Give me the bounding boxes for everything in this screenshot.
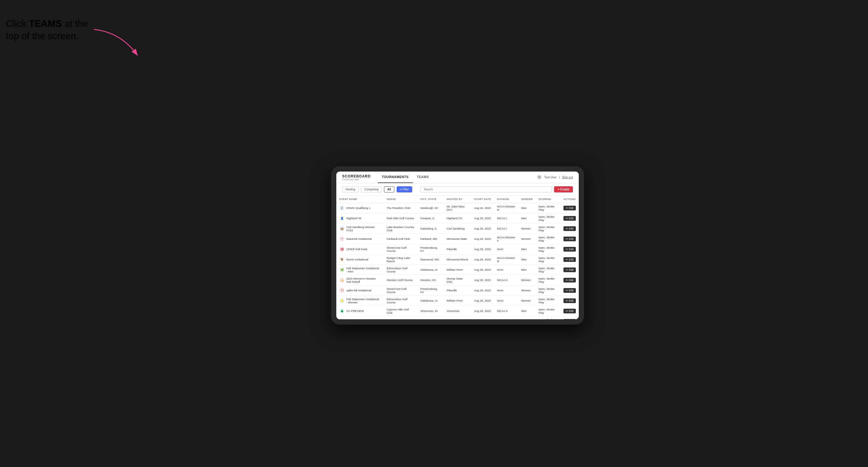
tournaments-table: EVENT NAME VENUE CITY, STATE HOSTED BY S… [336, 196, 579, 319]
cell-start-date: Aug 25, 2023 [471, 213, 494, 223]
event-name: Carl Sandburg Women FA23 [346, 225, 381, 232]
cell-division: NICAA II [494, 275, 518, 285]
cell-city-state: Faribault, MN [417, 234, 443, 244]
cell-venue: Ruttger's Bay Lake Resort [384, 254, 417, 264]
sign-out-link[interactable]: Sign out [562, 176, 573, 179]
cell-venue: Cypress Hills Golf Club [384, 306, 417, 316]
cell-hosted-by: John A Logan [444, 316, 471, 319]
filter-btn[interactable]: ≡ Filter [397, 186, 412, 192]
cell-event: 🦅 Morris Invitational [336, 254, 384, 264]
col-start-date: START DATE [471, 196, 494, 203]
event-name: Fall Statesmen Invitational - Women [346, 298, 381, 304]
cell-start-date: Aug 28, 2023 [471, 306, 494, 316]
cell-scoring: team, Stroke Play [536, 223, 560, 234]
cell-venue: Edmundson Golf Course [384, 264, 417, 275]
cell-division: NCAA Division III [494, 203, 518, 213]
event-icon: 👤 [339, 216, 345, 221]
hosting-tab-btn[interactable]: Hosting [342, 186, 359, 192]
cell-actions: ✏ Edit [560, 234, 579, 244]
tab-tournaments[interactable]: TOURNAMENTS [378, 172, 413, 183]
table-row: 🌿 Fall Statesmen Invitational - Men Edmu… [336, 264, 579, 275]
cell-gender: Men [518, 264, 535, 275]
event-name: Fall Statesmen Invitational - Men [346, 267, 381, 273]
cell-event: 🎌 Maverick Invitational [336, 234, 384, 244]
cell-event: 🌿 Fall Statesmen Invitational - Men [336, 264, 384, 275]
edit-button[interactable]: ✏ Edit [563, 216, 576, 221]
edit-button[interactable]: ✏ Edit [563, 278, 576, 282]
cell-scoring: team, Stroke Play [536, 264, 560, 275]
cell-actions: ✏ Edit [560, 264, 579, 275]
cell-division: NICAA II [494, 306, 518, 316]
user-name: Test User [544, 176, 556, 179]
col-hosted-by: HOSTED BY [444, 196, 471, 203]
cell-actions: ✏ Edit [560, 203, 579, 213]
cell-event: 🎯 UPIKE Fall Invite [336, 244, 384, 254]
nav-separator: | [559, 176, 560, 179]
cell-city-state: Newburgh, NY [417, 203, 443, 213]
cell-gender: Women [518, 223, 535, 234]
edit-button[interactable]: ✏ Edit [563, 268, 576, 272]
event-icon: 🎯 [339, 247, 345, 252]
all-tab-btn[interactable]: All [384, 186, 394, 192]
cell-scoring: team, Stroke Play [536, 213, 560, 223]
cell-start-date: Aug 28, 2023 [471, 244, 494, 254]
competing-tab-btn[interactable]: Competing [361, 186, 382, 192]
table-row: 🏹 upike fall invitational StoneCrest Gol… [336, 285, 579, 295]
tab-teams[interactable]: TEAMS [413, 172, 433, 183]
edit-button[interactable]: ✏ Edit [563, 206, 576, 210]
cell-city-state: Galesburg, IL [417, 223, 443, 234]
search-input[interactable] [421, 186, 552, 192]
settings-icon[interactable]: ⚙ [537, 175, 542, 180]
cell-scoring: team, Stroke Play [536, 275, 560, 285]
cell-start-date: Aug 26, 2023 [471, 223, 494, 234]
edit-button[interactable]: ✏ Edit [563, 247, 576, 252]
cell-venue: StoneCrest Golf Course [384, 285, 417, 295]
cell-scoring: team, Stroke Play [536, 285, 560, 295]
logo-area: SCOREBOARD Powered by clippit [342, 174, 371, 180]
cell-division: NICAA I [494, 223, 518, 234]
cell-city-state: Vincennes, IN [417, 306, 443, 316]
cell-start-date: Aug 28, 2023 [471, 234, 494, 244]
table-row: 🏌️ MSMC Qualifying 1 The Powelton Club N… [336, 203, 579, 213]
cell-gender: Women [518, 295, 535, 306]
cell-hosted-by: Minnesota State [444, 234, 471, 244]
col-city-state: CITY, STATE [417, 196, 443, 203]
cell-gender: Men [518, 203, 535, 213]
table-row: 🏫 Carl Sandburg Women FA23 Lake Bracken … [336, 223, 579, 234]
event-icon: 🏌️ [339, 206, 345, 211]
event-icon: 🎌 [339, 236, 345, 242]
edit-button[interactable]: ✏ Edit [563, 288, 576, 293]
event-name: VU PREVIEW [346, 309, 364, 312]
event-name: UPIKE Fall Invite [346, 247, 368, 251]
edit-button[interactable]: ✏ Edit [563, 237, 576, 241]
event-name: 2023 Women's Hesston Fall Kickoff [346, 277, 381, 283]
edit-button[interactable]: ✏ Edit [563, 226, 576, 231]
cell-city-state: Deerwood, MN [417, 254, 443, 264]
cell-venue: Park Hills Golf Course [384, 213, 417, 223]
cell-venue: Lake Bracken Country Club [384, 223, 417, 234]
cell-scoring: team, Stroke Play [536, 203, 560, 213]
cell-city-state: Hesston, KS [417, 275, 443, 285]
col-scoring: SCORING [536, 196, 560, 203]
edit-button[interactable]: ✏ Edit [563, 299, 576, 303]
cell-actions: ✏ Edit [560, 295, 579, 306]
col-actions: ACTIONS [560, 196, 579, 203]
cell-scoring: team, Stroke Play [536, 244, 560, 254]
edit-button[interactable]: ✏ Edit [563, 257, 576, 262]
cell-city-state: Oskaloosa, IA [417, 295, 443, 306]
cell-event: 🌟 Fall Statesmen Invitational - Women [336, 295, 384, 306]
edit-button[interactable]: ✏ Edit [563, 309, 576, 313]
cell-division: NCAA Division II [494, 234, 518, 244]
cell-hosted-by: Carl Sandburg [444, 223, 471, 234]
cell-gender: Men [518, 244, 535, 254]
cell-venue: Faribault Golf Club [384, 234, 417, 244]
edit-button[interactable]: ✏ Edit [563, 319, 576, 319]
event-name: Morris Invitational [346, 258, 368, 261]
cell-scoring: team, Stroke Play [536, 316, 560, 319]
create-btn[interactable]: + Create [554, 186, 573, 192]
cell-venue: StoneCrest Golf Course [384, 244, 417, 254]
cell-event: 🌀 Klash at Kokopelli [336, 316, 384, 319]
nav-tabs: TOURNAMENTS TEAMS [378, 172, 537, 183]
cell-hosted-by: Pikeville [444, 244, 471, 254]
instruction-line3: top of the screen. [6, 31, 79, 41]
